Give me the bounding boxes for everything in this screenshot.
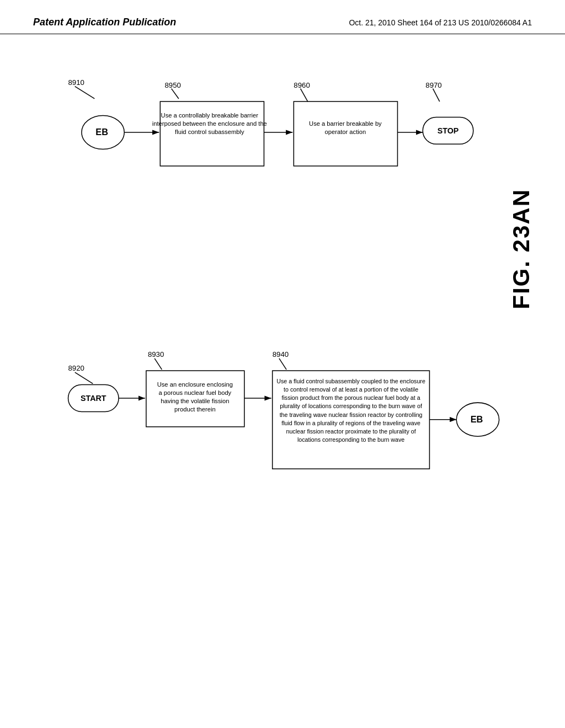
- box-8940-text4: plurality of locations corresponding to …: [280, 403, 422, 409]
- diagram-area: FIG. 23AN 8910 EB 8950 Use a controllabl…: [0, 34, 565, 696]
- label-8950: 8950: [164, 81, 180, 89]
- arrow-8930-label: [154, 358, 162, 370]
- box-8930-text1: Use an enclosure enclosing: [157, 381, 233, 388]
- publication-meta: Oct. 21, 2010 Sheet 164 of 213 US 2010/0…: [349, 18, 532, 27]
- box-8940-text2: to control removal of at least a portion…: [284, 386, 418, 393]
- box-8940-text5: the traveling wave nuclear fission react…: [280, 411, 423, 418]
- box-8950-text3: fluid control subassembly: [175, 129, 244, 135]
- page-header: Patent Application Publication Oct. 21, …: [0, 0, 565, 34]
- eb-bottom-label: EB: [471, 414, 483, 424]
- label-8910: 8910: [68, 78, 84, 87]
- box-8930-text3: having the volatile fission: [161, 398, 229, 404]
- box-8950-text: Use a controllably breakable barrier: [161, 112, 259, 119]
- publication-title: Patent Application Publication: [33, 17, 176, 28]
- arrow-8940-label: [279, 358, 286, 370]
- box-8960-text2: operator action: [325, 129, 366, 135]
- label-8940: 8940: [273, 350, 289, 358]
- box-8940-text3: fission product from the porous nuclear …: [281, 394, 420, 401]
- box-8960-text1: Use a barrier breakable by: [309, 120, 382, 127]
- flowchart-svg: 8910 EB 8950 Use a controllably breakabl…: [0, 34, 565, 696]
- label-8960: 8960: [294, 81, 310, 89]
- arrow-8970-label: [433, 89, 440, 101]
- arrow-8910: [75, 87, 95, 99]
- box-8930-text2: a porous nuclear fuel body: [159, 389, 232, 396]
- box-8950-text2: interposed between the enclosure and the: [152, 120, 267, 127]
- stop-label: STOP: [438, 126, 459, 135]
- label-8970: 8970: [425, 81, 441, 89]
- patent-page: Patent Application Publication Oct. 21, …: [0, 0, 565, 728]
- label-8920: 8920: [68, 364, 84, 372]
- box-8940-text7: nuclear fission reactor proximate to the…: [286, 428, 415, 435]
- start-label: START: [81, 394, 106, 403]
- arrow-8920-label: [75, 372, 93, 383]
- box-8940-text1: Use a fluid control subassembly coupled …: [276, 378, 425, 384]
- box-8940-text8: locations corresponding to the burn wave: [297, 436, 404, 443]
- arrow-8950-label: [172, 89, 179, 99]
- box-8930-text4: product therein: [174, 406, 216, 413]
- label-8930: 8930: [148, 350, 164, 358]
- box-8940-text6: fluid flow in a plurality of regions of …: [281, 420, 420, 426]
- eb-top-label: EB: [95, 127, 108, 137]
- arrow-8960-label: [301, 89, 308, 101]
